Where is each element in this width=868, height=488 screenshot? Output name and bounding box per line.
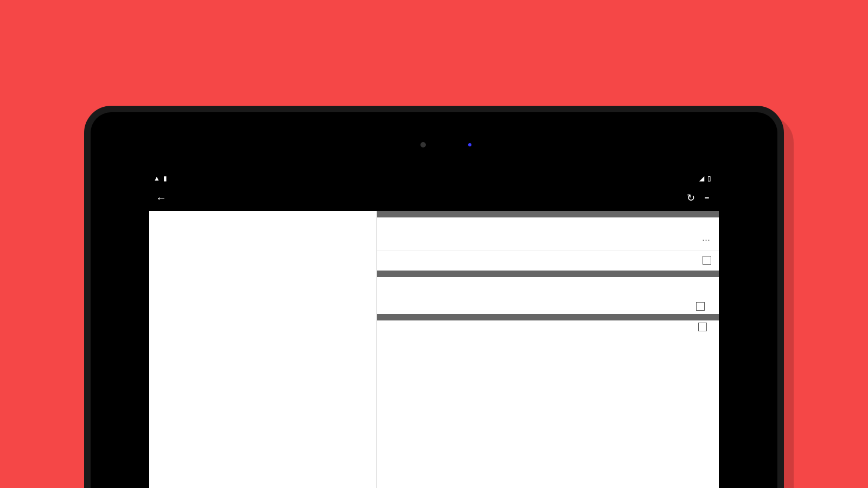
status-bar: ▲ ▮ ◢ ▯ xyxy=(149,172,719,185)
refresh-icon[interactable]: ↻ xyxy=(687,192,695,204)
scale-title-header xyxy=(377,211,719,217)
right-panel: ⋯ xyxy=(377,211,719,488)
tablet-frame: ▲ ▮ ◢ ▯ ← ↻ xyxy=(84,106,784,488)
warning-icon: ▲ xyxy=(154,175,160,182)
chord-count-checkbox[interactable] xyxy=(698,323,707,331)
play-panel-header xyxy=(377,271,719,277)
loop-checkbox[interactable] xyxy=(696,302,705,311)
back-icon[interactable]: ← xyxy=(156,192,167,204)
sharp-icon xyxy=(705,197,709,198)
more-icon[interactable]: ⋯ xyxy=(702,235,711,245)
left-panel xyxy=(149,211,377,488)
resolve-button[interactable] xyxy=(705,197,712,198)
sd-icon: ▮ xyxy=(163,175,167,182)
favourites-row[interactable] xyxy=(377,251,719,271)
scale-chords-row[interactable]: ⋯ xyxy=(377,229,719,251)
favourites-checkbox[interactable] xyxy=(703,256,711,265)
hero-title xyxy=(0,0,868,38)
signal-icon: ◢ xyxy=(699,175,704,182)
main-keyboard[interactable] xyxy=(149,211,376,264)
secondary-dominant-label xyxy=(384,339,712,344)
battery-icon: ▯ xyxy=(707,175,711,182)
interval-diagram xyxy=(377,217,719,229)
scale-list xyxy=(149,264,376,488)
common-chords-label xyxy=(384,333,712,339)
app-screen: ▲ ▮ ◢ ▯ ← ↻ xyxy=(149,172,719,488)
app-bar: ← ↻ xyxy=(149,185,719,211)
chords-header xyxy=(377,314,719,320)
